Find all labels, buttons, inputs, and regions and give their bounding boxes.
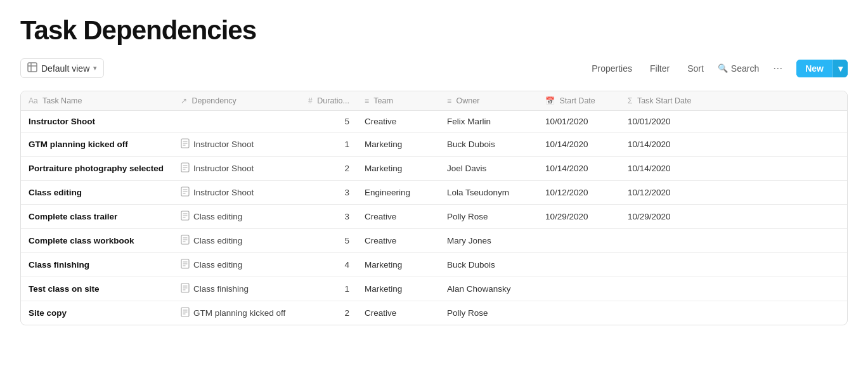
search-button[interactable]: 🔍 Search [718,63,759,74]
sort-button[interactable]: Sort [683,61,708,76]
page-icon [181,138,190,150]
col-task-name: Aa Task Name [21,91,173,111]
dependency-cell: Instructor Shoot [173,157,300,181]
team-cell: Marketing [357,277,439,301]
task-name-cell: Complete class workbook [21,229,173,253]
new-button-label: New [796,60,832,77]
dependency-cell: Class editing [173,253,300,277]
task-start-date-cell [620,229,847,253]
col-start-date: 📅 Start Date [538,91,620,111]
start-date-cell [538,277,620,301]
duration-cell: 4 [300,253,357,277]
task-name-cell: Portraiture photography selected [21,157,173,181]
duration-cell: 3 [300,205,357,229]
search-label: Search [731,63,759,74]
duration-cell: 5 [300,111,357,133]
task-start-date-cell: 10/14/2020 [620,157,847,181]
text-icon: Aa [29,96,38,105]
dependency-label: Class editing [193,212,242,221]
start-date-cell [538,229,620,253]
dependency-label: Class editing [193,260,242,270]
table-row[interactable]: Class editingInstructor Shoot3Engineerin… [21,181,847,205]
filter-button[interactable]: Filter [646,61,673,76]
start-date-cell: 10/29/2020 [538,205,620,229]
arrow-icon: ↗ [181,96,187,105]
team-cell: Creative [357,205,439,229]
col-dependency: ↗ Dependency [173,91,300,111]
dependency-cell: Class editing [173,205,300,229]
table-row[interactable]: Complete class trailerClass editing3Crea… [21,205,847,229]
owner-cell: Alan Chowansky [439,277,538,301]
task-start-date-cell [620,301,847,325]
duration-cell: 5 [300,229,357,253]
owner-cell: Buck Dubois [439,133,538,157]
task-name-cell: Class editing [21,181,173,205]
page-icon [181,235,190,247]
col-team: ≡ Team [357,91,439,111]
dependency-label: Instructor Shoot [193,188,254,197]
dependency-label: Class editing [193,236,242,245]
task-start-date-cell: 10/12/2020 [620,181,847,205]
owner-cell: Mary Jones [439,229,538,253]
owner-cell: Polly Rose [439,301,538,325]
task-name-cell: Test class on site [21,277,173,301]
start-date-cell: 10/14/2020 [538,133,620,157]
table-row[interactable]: GTM planning kicked offInstructor Shoot1… [21,133,847,157]
team-cell: Engineering [357,181,439,205]
properties-button[interactable]: Properties [588,61,636,76]
search-icon: 🔍 [718,63,728,73]
table-row[interactable]: Portraiture photography selectedInstruct… [21,157,847,181]
team-cell: Marketing [357,253,439,277]
table-row[interactable]: Complete class workbookClass editing5Cre… [21,229,847,253]
dependency-cell [173,111,300,133]
task-name-cell: Class finishing [21,253,173,277]
duration-cell: 2 [300,157,357,181]
table-row[interactable]: Site copyGTM planning kicked off2Creativ… [21,301,847,325]
dependency-cell: Instructor Shoot [173,133,300,157]
table-header-row: Aa Task Name ↗ Dependency # Duratio... ≡… [21,91,847,111]
table-row[interactable]: Class finishingClass editing4MarketingBu… [21,253,847,277]
new-button-chevron-icon[interactable]: ▾ [832,60,848,77]
chevron-down-icon: ▾ [93,64,97,72]
table-icon [27,62,37,74]
task-name-cell: Site copy [21,301,173,325]
team-cell: Creative [357,229,439,253]
sigma-icon: Σ [628,96,632,105]
task-table: Aa Task Name ↗ Dependency # Duratio... ≡… [20,91,848,325]
dependency-label: Instructor Shoot [193,140,254,149]
svg-rect-0 [28,63,37,72]
view-selector[interactable]: Default view ▾ [20,58,104,78]
new-button[interactable]: New ▾ [796,60,848,77]
col-duration: # Duratio... [300,91,357,111]
page-icon [181,259,190,271]
task-start-date-cell: 10/14/2020 [620,133,847,157]
table-row[interactable]: Instructor Shoot5CreativeFelix Marlin10/… [21,111,847,133]
col-owner: ≡ Owner [439,91,538,111]
owner-cell: Joel Davis [439,157,538,181]
page-title: Task Dependencies [20,15,848,46]
dependency-label: GTM planning kicked off [193,308,285,318]
page-icon [181,186,190,199]
task-name-cell: Complete class trailer [21,205,173,229]
start-date-cell: 10/12/2020 [538,181,620,205]
team-cell: Marketing [357,157,439,181]
duration-cell: 2 [300,301,357,325]
task-start-date-cell: 10/29/2020 [620,205,847,229]
list-icon: ≡ [365,96,369,105]
task-name-cell: Instructor Shoot [21,111,173,133]
table-row[interactable]: Test class on siteClass finishing1Market… [21,277,847,301]
owner-cell: Felix Marlin [439,111,538,133]
task-start-date-cell [620,277,847,301]
team-cell: Creative [357,301,439,325]
toolbar-left: Default view ▾ [20,58,104,78]
dependency-cell: GTM planning kicked off [173,301,300,325]
toolbar-right: Properties Filter Sort 🔍 Search ··· New … [588,60,848,77]
duration-cell: 1 [300,133,357,157]
list-icon-2: ≡ [447,96,451,105]
more-options-button[interactable]: ··· [769,60,786,76]
dependency-cell: Instructor Shoot [173,181,300,205]
task-name-cell: GTM planning kicked off [21,133,173,157]
start-date-cell [538,253,620,277]
view-label: Default view [41,63,89,74]
team-cell: Marketing [357,133,439,157]
